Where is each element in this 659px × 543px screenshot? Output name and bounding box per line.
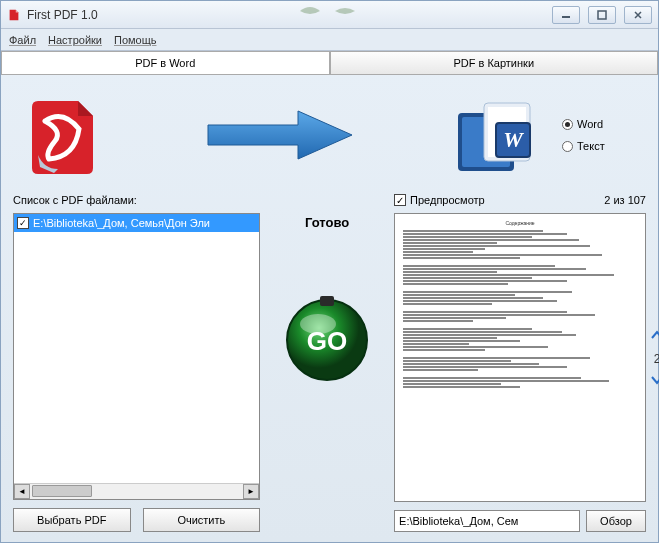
radio-text[interactable]: Текст bbox=[562, 140, 636, 152]
radio-icon bbox=[562, 119, 573, 130]
chevron-up-icon bbox=[650, 329, 659, 341]
button-label: Выбрать PDF bbox=[37, 514, 106, 526]
menu-help[interactable]: Помощь bbox=[114, 34, 157, 46]
page-counter: 2 из 107 bbox=[604, 194, 646, 206]
close-button[interactable] bbox=[624, 6, 652, 24]
pdf-icon bbox=[23, 93, 108, 178]
file-item-label: E:\Biblioteka\_Дом, Семья\Дон Эли bbox=[33, 217, 210, 229]
scrollbar-horizontal[interactable]: ◄ ► bbox=[14, 483, 259, 499]
go-icon: GO bbox=[280, 290, 374, 384]
output-path-field[interactable]: E:\Biblioteka\_Дом, Сем bbox=[394, 510, 580, 532]
tab-label: PDF в Word bbox=[135, 57, 195, 69]
checkbox-icon[interactable]: ✓ bbox=[17, 217, 29, 229]
radio-word[interactable]: Word bbox=[562, 118, 636, 130]
radio-word-label: Word bbox=[577, 118, 603, 130]
status-text: Готово bbox=[305, 215, 349, 230]
svg-rect-9 bbox=[320, 296, 334, 306]
file-list[interactable]: ✓ E:\Biblioteka\_Дом, Семья\Дон Эли ◄ ► bbox=[13, 213, 260, 500]
menu-file[interactable]: Файл bbox=[9, 34, 36, 46]
clear-button[interactable]: Очистить bbox=[143, 508, 261, 532]
button-label: Очистить bbox=[177, 514, 225, 526]
output-path-value: E:\Biblioteka\_Дом, Сем bbox=[399, 515, 518, 527]
svg-text:GO: GO bbox=[307, 326, 347, 356]
list-item[interactable]: ✓ E:\Biblioteka\_Дом, Семья\Дон Эли bbox=[14, 214, 259, 232]
maximize-icon bbox=[597, 10, 607, 20]
decor-leaf bbox=[290, 3, 370, 19]
arrow-icon bbox=[200, 105, 360, 165]
tab-label: PDF в Картинки bbox=[453, 57, 534, 69]
scroll-left-icon[interactable]: ◄ bbox=[14, 484, 30, 499]
word-icon: W bbox=[454, 93, 534, 178]
maximize-button[interactable] bbox=[588, 6, 616, 24]
preview-label: Предпросмотр bbox=[410, 194, 485, 206]
scroll-thumb[interactable] bbox=[32, 485, 92, 497]
tab-pdf-to-images[interactable]: PDF в Картинки bbox=[330, 51, 659, 74]
svg-rect-0 bbox=[562, 16, 570, 18]
browse-button[interactable]: Обзор bbox=[586, 510, 646, 532]
minimize-button[interactable] bbox=[552, 6, 580, 24]
button-label: Обзор bbox=[600, 515, 632, 527]
svg-text:W: W bbox=[503, 127, 524, 152]
preview-checkbox[interactable]: ✓ bbox=[394, 194, 406, 206]
chevron-down-icon bbox=[650, 374, 659, 386]
go-button[interactable]: GO bbox=[280, 290, 374, 384]
choose-pdf-button[interactable]: Выбрать PDF bbox=[13, 508, 131, 532]
file-list-label: Список с PDF файлами: bbox=[13, 194, 137, 206]
current-page-number: 2 bbox=[654, 352, 659, 366]
window-title: First PDF 1.0 bbox=[27, 8, 98, 22]
preview-pane: Содержание bbox=[394, 213, 646, 502]
radio-icon bbox=[562, 141, 573, 152]
menu-settings[interactable]: Настройки bbox=[48, 34, 102, 46]
page-down-button[interactable] bbox=[650, 374, 659, 389]
close-icon bbox=[633, 10, 643, 20]
app-icon bbox=[7, 8, 21, 22]
tab-pdf-to-word[interactable]: PDF в Word bbox=[1, 51, 330, 74]
svg-rect-1 bbox=[598, 11, 606, 19]
minimize-icon bbox=[561, 11, 571, 19]
scroll-right-icon[interactable]: ► bbox=[243, 484, 259, 499]
page-up-button[interactable] bbox=[650, 329, 659, 344]
radio-text-label: Текст bbox=[577, 140, 605, 152]
